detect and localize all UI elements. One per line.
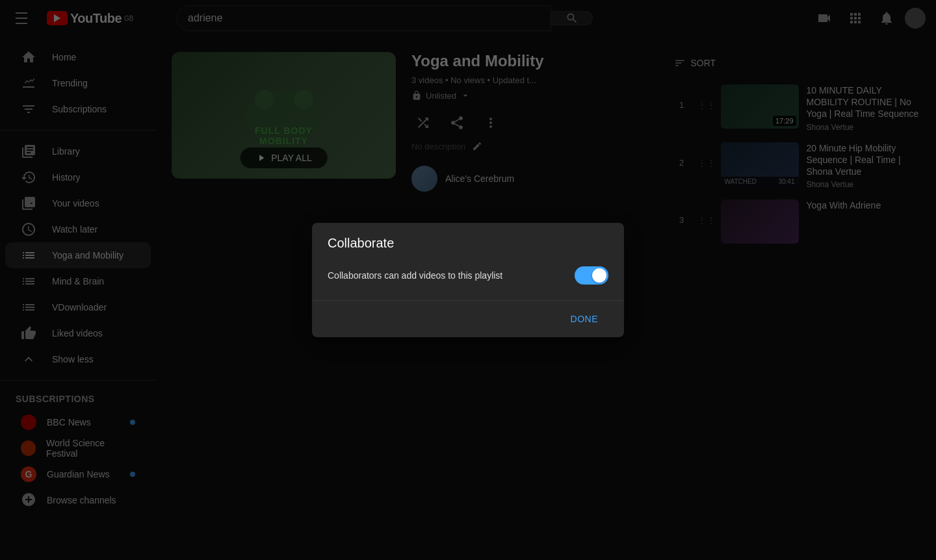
dialog-option-label: Collaborators can add videos to this pla… bbox=[328, 270, 502, 281]
collaborate-dialog: Collaborate Collaborators can add videos… bbox=[312, 223, 624, 337]
dialog-header: Collaborate bbox=[312, 223, 624, 256]
dialog-footer: DONE bbox=[312, 301, 624, 337]
collaborators-toggle[interactable] bbox=[575, 266, 608, 285]
done-button[interactable]: DONE bbox=[560, 309, 608, 329]
dialog-title: Collaborate bbox=[328, 236, 608, 251]
dialog-option-row: Collaborators can add videos to this pla… bbox=[328, 266, 608, 285]
toggle-knob bbox=[592, 268, 606, 283]
dialog-body: Collaborators can add videos to this pla… bbox=[312, 256, 624, 301]
modal-overlay[interactable]: Collaborate Collaborators can add videos… bbox=[0, 0, 936, 560]
